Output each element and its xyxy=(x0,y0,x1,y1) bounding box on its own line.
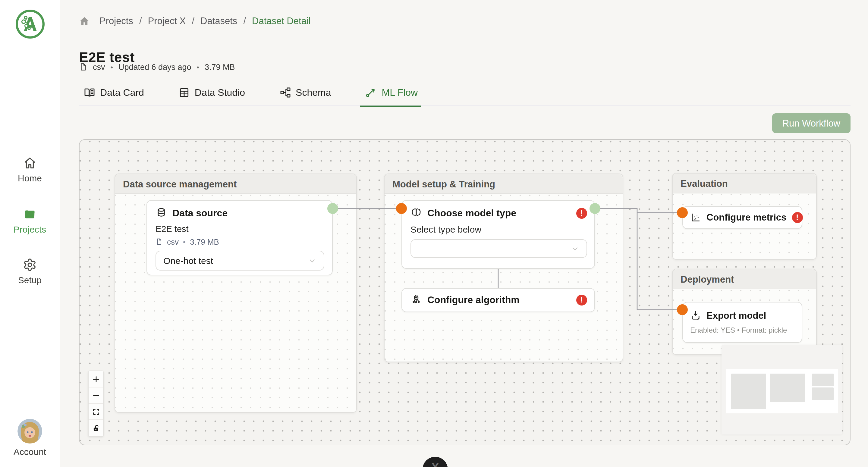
breadcrumb-home-icon[interactable] xyxy=(79,15,90,27)
tab-label: Data Card xyxy=(100,87,144,98)
error-badge: ! xyxy=(792,212,803,223)
error-badge: ! xyxy=(576,208,587,218)
breadcrumb-dataset-detail: Dataset Detail xyxy=(252,15,311,27)
gear-icon xyxy=(23,258,37,272)
sidebar-item-label: Account xyxy=(0,446,60,457)
breadcrumb-separator: / xyxy=(139,15,142,27)
select-value: One-hot test xyxy=(163,255,213,266)
minimap-node-block xyxy=(812,374,834,386)
chevron-down-icon xyxy=(571,244,579,253)
error-badge: ! xyxy=(576,295,587,306)
node-file-size: 3.79 MB xyxy=(190,238,219,246)
table-icon xyxy=(179,87,190,98)
sidebar-item-projects[interactable]: Projects xyxy=(0,207,60,235)
zoom-out-button[interactable] xyxy=(89,387,103,404)
node-configure-metrics[interactable]: Configure metrics ! xyxy=(682,206,802,229)
breadcrumb: Projects / Project X / Datasets / Datase… xyxy=(79,15,311,27)
sidebar-item-home[interactable]: Home xyxy=(0,156,60,183)
workflow-canvas[interactable]: Data source management Model setup & Tra… xyxy=(79,139,850,445)
model-type-select[interactable] xyxy=(410,239,587,258)
dataset-name: E2E test xyxy=(156,224,324,234)
tab-data-card[interactable]: Data Card xyxy=(84,87,144,106)
export-config-text: Enabled: YES • Format: pickle xyxy=(690,326,795,335)
node-configure-algorithm[interactable]: Configure algorithm ! xyxy=(401,288,595,312)
breadcrumb-project-x[interactable]: Project X xyxy=(148,15,186,27)
meta-bullet: • xyxy=(111,63,113,71)
minimap-node-block xyxy=(770,374,805,402)
sidebar-item-label: Setup xyxy=(0,275,60,285)
folder-icon xyxy=(23,207,37,221)
sidebar-item-label: Projects xyxy=(0,224,60,235)
node-title: Choose model type xyxy=(427,208,516,218)
tab-label: ML Flow xyxy=(381,87,418,98)
node-export-model[interactable]: Export model Enabled: YES • Format: pick… xyxy=(682,302,802,343)
group-title: Evaluation xyxy=(673,174,816,193)
tabs: Data Card Data Studio xyxy=(84,87,418,106)
chevron-down-icon xyxy=(308,256,316,265)
breadcrumb-projects[interactable]: Projects xyxy=(99,15,133,27)
handle-target-choose-model[interactable] xyxy=(396,203,407,214)
updated-text: Updated 6 days ago xyxy=(119,63,191,72)
sidebar-item-account[interactable]: Account xyxy=(0,419,60,457)
home-icon xyxy=(23,156,37,170)
book-open-icon xyxy=(84,87,95,98)
node-data-source[interactable]: Data source E2E test csv • 3.79 MB One-h… xyxy=(147,200,333,275)
scatter-chart-icon xyxy=(690,212,701,223)
sidebar: Home Projects Setup xyxy=(0,0,60,467)
export-download-icon xyxy=(690,310,701,321)
data-source-select[interactable]: One-hot test xyxy=(156,251,324,271)
group-title: Deployment xyxy=(673,269,816,289)
handle-target-configure-metrics[interactable] xyxy=(677,207,688,218)
minimap-node-block xyxy=(812,387,834,400)
group-title: Model setup & Training xyxy=(384,174,623,194)
lock-toggle-button[interactable] xyxy=(89,420,103,436)
dataset-file-meta: csv • 3.79 MB xyxy=(156,238,324,246)
tab-label: Data Studio xyxy=(195,87,245,98)
group-title: Data source management xyxy=(115,174,356,194)
fit-view-button[interactable] xyxy=(89,404,103,420)
file-size: 3.79 MB xyxy=(205,63,235,72)
database-icon xyxy=(156,207,167,219)
ml-flow-icon xyxy=(365,87,377,98)
node-file-type: csv xyxy=(167,238,179,246)
breadcrumb-separator: / xyxy=(243,15,246,27)
schema-icon xyxy=(279,87,291,98)
select-helper-text: Select type below xyxy=(410,224,587,235)
tab-ml-flow[interactable]: ML Flow xyxy=(365,87,418,106)
tabs-separator xyxy=(79,105,850,106)
minimap-viewport xyxy=(726,369,838,413)
canvas-controls xyxy=(88,371,104,437)
handle-source-choose-model[interactable] xyxy=(590,203,600,214)
handle-target-export-model[interactable] xyxy=(677,304,688,315)
breadcrumb-datasets[interactable]: Datasets xyxy=(200,15,237,27)
meta-bullet: • xyxy=(197,63,199,71)
robot-icon xyxy=(410,294,422,306)
breadcrumb-separator: / xyxy=(192,15,194,27)
file-icon xyxy=(79,63,87,72)
avatar xyxy=(18,419,42,443)
sidebar-item-setup[interactable]: Setup xyxy=(0,258,60,285)
node-title: Configure algorithm xyxy=(427,295,520,306)
node-title: Configure metrics xyxy=(707,212,786,223)
brain-icon xyxy=(410,207,422,219)
tab-data-studio[interactable]: Data Studio xyxy=(179,87,245,106)
file-icon xyxy=(156,238,163,246)
tab-schema[interactable]: Schema xyxy=(279,87,331,106)
node-choose-model-type[interactable]: Choose model type ! Select type below xyxy=(401,200,595,269)
zoom-in-button[interactable] xyxy=(89,371,103,387)
node-title: Data source xyxy=(173,208,227,218)
file-type: csv xyxy=(93,63,105,72)
meta-bullet: • xyxy=(183,238,186,246)
main-content: Projects / Project X / Datasets / Datase… xyxy=(60,0,868,467)
run-workflow-button[interactable]: Run Workflow xyxy=(772,113,850,133)
tab-label: Schema xyxy=(296,87,331,98)
minimap[interactable] xyxy=(721,345,842,434)
app-root: Home Projects Setup xyxy=(0,0,868,467)
handle-source-data-source[interactable] xyxy=(327,203,338,214)
sidebar-item-label: Home xyxy=(0,173,60,183)
node-title: Export model xyxy=(707,310,766,321)
app-logo[interactable] xyxy=(15,9,45,39)
dataset-meta: csv • Updated 6 days ago • 3.79 MB xyxy=(79,63,235,72)
minimap-node-block xyxy=(731,374,766,409)
